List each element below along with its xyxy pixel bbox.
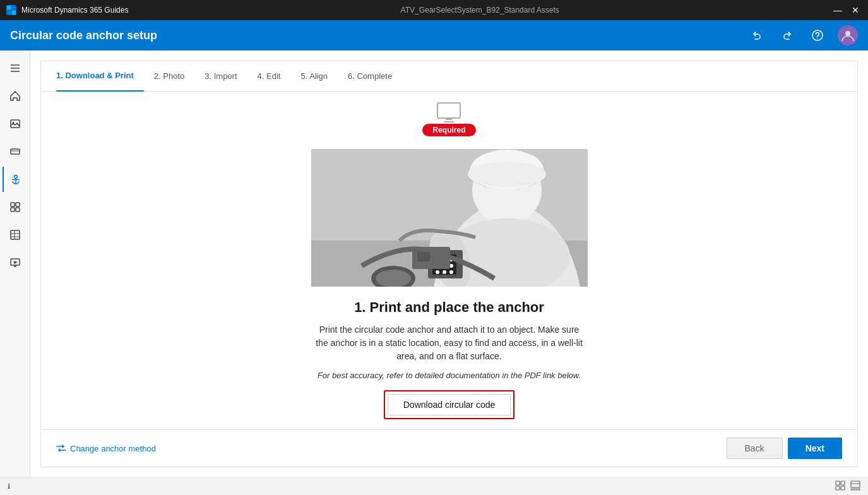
app-name: Microsoft Dynamics 365 Guides [21,6,128,15]
svg-point-11 [12,122,14,124]
svg-rect-59 [841,481,845,485]
sidebar-media-button[interactable] [3,250,28,275]
footer-navigation: Back Next [727,438,842,459]
step-note: For best accuracy, refer to detailed doc… [318,371,581,380]
svg-point-5 [817,38,818,39]
layout-icon[interactable] [835,480,845,492]
step-4-label: 4. Edit [258,71,281,81]
step-5[interactable]: 5. Align [290,61,338,92]
main-layout: 1. Download & Print 2. Photo 3. Import 4… [0,51,868,477]
step-2-label: 2. Photo [154,71,184,81]
change-anchor-label: Change anchor method [70,444,156,453]
svg-rect-12 [11,149,20,154]
window-controls: — ✕ [831,4,862,16]
wizard-panel: 1. Download & Print 2. Photo 3. Import 4… [40,61,858,467]
step-description: Print the circular code anchor and attac… [314,323,585,363]
sidebar-grid-button[interactable] [3,194,28,220]
step-1[interactable]: 1. Download & Print [56,61,144,92]
svg-rect-19 [11,208,15,212]
view-icon[interactable] [850,480,860,492]
status-bar-info: ℹ [8,482,10,491]
step-6[interactable]: 6. Complete [338,61,402,92]
svg-rect-21 [11,230,20,239]
content-area: 1. Download & Print 2. Photo 3. Import 4… [30,51,868,477]
monitor-icon-area: Required [422,102,475,144]
title-bar-left: Microsoft Dynamics 365 Guides [6,5,128,15]
wizard-content: Required [41,92,857,429]
svg-point-39 [468,162,546,187]
svg-point-14 [14,176,17,179]
required-badge: Required [422,124,475,136]
sidebar-panel-button[interactable] [3,139,28,164]
sidebar-home-button[interactable] [3,83,28,109]
undo-button[interactable] [747,25,767,45]
main-image [311,149,588,287]
svg-rect-64 [851,489,860,490]
step-3-label: 3. Import [205,71,237,81]
info-icon[interactable]: ℹ [8,482,10,490]
app-bar-title: Circular code anchor setup [10,29,747,42]
step-4[interactable]: 4. Edit [247,61,291,92]
step-3[interactable]: 3. Import [194,61,247,92]
close-button[interactable]: ✕ [849,4,862,16]
status-bar: ℹ [0,477,868,495]
title-bar: Microsoft Dynamics 365 Guides ATV_GearSe… [0,0,868,20]
redo-button[interactable] [777,25,797,45]
svg-point-6 [845,31,850,36]
svg-rect-58 [836,481,840,485]
help-button[interactable] [807,25,828,45]
status-bar-right [835,480,860,492]
download-circular-code-button[interactable]: Download circular code [388,394,511,415]
svg-point-53 [449,270,453,274]
minimize-button[interactable]: — [831,4,844,16]
sidebar-table-button[interactable] [3,222,28,248]
user-avatar[interactable] [838,25,858,45]
app-bar: Circular code anchor setup [0,20,868,51]
sidebar [0,51,30,477]
svg-rect-18 [16,203,20,206]
svg-rect-2 [7,11,11,15]
svg-point-55 [376,270,411,287]
app-logo [6,5,16,15]
next-button[interactable]: Next [788,438,842,459]
sidebar-anchor-button[interactable] [3,167,28,192]
step-5-label: 5. Align [300,71,328,81]
file-name: ATV_GearSelectSystem_B92_Standard Assets [401,6,559,15]
svg-point-52 [443,270,446,274]
step-2[interactable]: 2. Photo [144,61,194,92]
svg-rect-61 [841,486,845,490]
svg-rect-1 [12,6,16,9]
svg-rect-62 [851,481,860,487]
app-bar-actions [747,25,858,45]
svg-rect-29 [437,103,460,118]
svg-rect-0 [7,6,11,9]
download-button-wrapper: Download circular code [384,390,515,419]
svg-marker-28 [14,261,18,264]
svg-rect-60 [836,486,840,490]
change-anchor-method-button[interactable]: Change anchor method [56,444,156,453]
step-1-label: 1. Download & Print [56,71,134,80]
steps-bar: 1. Download & Print 2. Photo 3. Import 4… [41,61,857,92]
step-6-label: 6. Complete [348,71,392,81]
wizard-footer: Change anchor method Back Next [41,429,857,467]
svg-rect-20 [16,208,20,212]
svg-point-51 [436,270,439,274]
svg-rect-3 [12,11,16,15]
back-button[interactable]: Back [727,438,783,459]
svg-rect-57 [417,252,430,261]
sidebar-menu-button[interactable] [3,56,28,81]
step-title: 1. Print and place the anchor [354,299,544,316]
sidebar-image-button[interactable] [3,111,28,136]
svg-rect-17 [11,203,15,206]
